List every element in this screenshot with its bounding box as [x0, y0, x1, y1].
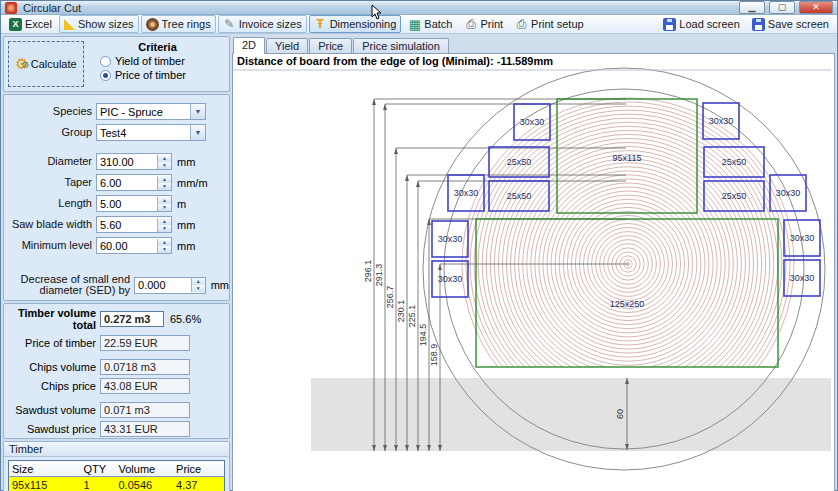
radio-label: Price of timber [115, 69, 186, 81]
result-label: Chips price [4, 380, 100, 392]
canvas-title: Distance of board from the edge of log (… [237, 55, 553, 67]
chevron-down-icon[interactable]: ▼ [190, 125, 205, 140]
input-value: 6.00 [97, 177, 121, 189]
board-label: 30x30 [709, 116, 734, 126]
spin-up-icon[interactable]: ▲ [158, 239, 171, 246]
spin-down-icon[interactable]: ▼ [158, 204, 171, 211]
board-label: 30x30 [520, 117, 545, 127]
input-decrease-of-small[interactable]: 0.000▲▼ [134, 277, 206, 294]
spin-down-icon[interactable]: ▼ [158, 246, 171, 253]
toolbar-button-batch[interactable]: ▦Batch [403, 15, 457, 33]
arrow-up [405, 175, 409, 181]
left-panel: ⚙ Calculate Criteria Yield of timberPric… [3, 36, 230, 491]
tab-price[interactable]: Price [309, 38, 352, 54]
table-cell: 4.37 [173, 477, 224, 491]
spin-up-icon[interactable]: ▲ [192, 278, 205, 285]
input-saw-blade-width[interactable]: 5.60▲▼ [96, 216, 172, 233]
spin-down-icon[interactable]: ▼ [192, 285, 205, 292]
mouse-cursor [371, 4, 383, 20]
table-row-95x115[interactable]: 95x11510.05464.37 [9, 477, 225, 491]
spinner-buttons[interactable]: ▲▼ [191, 278, 205, 292]
input-value: 310.00 [97, 156, 134, 168]
spin-up-icon[interactable]: ▲ [158, 218, 171, 225]
timber-volume-total-value: 0.272 m3 [100, 311, 164, 327]
input-value: 0.000 [135, 279, 166, 291]
field-label: Saw blade width [4, 219, 96, 230]
toolbar-button-load-screen[interactable]: Load screen [658, 15, 745, 33]
spin-up-icon[interactable]: ▲ [158, 155, 171, 162]
input-diameter[interactable]: 310.00▲▼ [96, 153, 172, 170]
result-value-sawdust-price: 43.31 EUR [100, 421, 190, 437]
board-label: 125x250 [610, 299, 645, 309]
input-taper[interactable]: 6.00▲▼ [96, 174, 172, 191]
column-header-qty[interactable]: QTY [81, 461, 116, 477]
spin-down-icon[interactable]: ▼ [158, 225, 171, 232]
toolbar-button-print[interactable]: ⎙Print [459, 15, 508, 33]
spinner-buttons[interactable]: ▲▼ [157, 155, 171, 169]
tab-2d[interactable]: 2D [233, 37, 265, 54]
spinner-buttons[interactable]: ▲▼ [157, 239, 171, 253]
tab-yield[interactable]: Yield [266, 38, 308, 54]
spin-down-icon[interactable]: ▼ [158, 183, 171, 190]
spinner-buttons[interactable]: ▲▼ [157, 218, 171, 232]
result-label: Chips volume [4, 361, 100, 373]
minimize-button[interactable]: ▁ [739, 1, 765, 14]
toolbar-button-print-setup[interactable]: ⎙Print setup [510, 15, 589, 33]
toolbar-label-invoice-sizes: Invoice sizes [239, 18, 302, 30]
column-header-price[interactable]: Price [173, 461, 224, 477]
timber-volume-total-label: Timber volume total [4, 307, 100, 331]
bottom-dimension-label: 60 [615, 409, 625, 419]
spin-down-icon[interactable]: ▼ [158, 162, 171, 169]
spin-up-icon[interactable]: ▲ [158, 197, 171, 204]
timber-table-box: Timber SizeQTYVolumePrice 95x11510.05464… [3, 441, 230, 491]
radio-option-yield-of-timber[interactable]: Yield of timber [100, 55, 225, 67]
spinner-buttons[interactable]: ▲▼ [157, 197, 171, 211]
column-header-size[interactable]: Size [9, 461, 81, 477]
select-group[interactable]: Test4▼ [96, 124, 206, 141]
toolbar-button-save-screen[interactable]: Save screen [747, 15, 834, 33]
radio-label: Yield of timber [115, 55, 185, 67]
input-value: 5.60 [97, 219, 121, 231]
toolbar: XExcelShow sizesTree rings✎Invoice sizes… [1, 15, 837, 34]
dimension-label: 225.1 [407, 305, 417, 328]
radio-option-price-of-timber[interactable]: Price of timber [100, 69, 225, 81]
table-cell: 1 [81, 477, 116, 491]
board-label: 25x50 [722, 157, 747, 167]
dimension-label: 230.1 [396, 300, 406, 323]
column-header-volume[interactable]: Volume [115, 461, 173, 477]
field-label: Species [4, 106, 96, 117]
calculate-button[interactable]: ⚙ Calculate [8, 41, 84, 87]
spinner-buttons[interactable]: ▲▼ [157, 176, 171, 190]
maximize-button[interactable]: ▢ [769, 1, 795, 14]
input-length[interactable]: 5.00▲▼ [96, 195, 172, 212]
toolbar-button-tree-rings[interactable]: Tree rings [141, 15, 216, 33]
input-minimum-level[interactable]: 60.00▲▼ [96, 237, 172, 254]
board-25x50: 25x50 [704, 147, 764, 177]
spin-up-icon[interactable]: ▲ [158, 176, 171, 183]
chevron-down-icon[interactable]: ▼ [190, 104, 205, 119]
board-30x30: 30x30 [448, 175, 484, 211]
toolbar-button-show-sizes[interactable]: Show sizes [59, 15, 139, 33]
criteria-group: Criteria Yield of timberPrice of timber [90, 41, 225, 87]
toolbar-button-dimensioning[interactable]: ŦDimensioning [309, 15, 402, 33]
result-value-sawdust-volume: 0.071 m3 [100, 402, 190, 418]
result-value-price-of-timber: 22.59 EUR [100, 335, 190, 351]
table-cell: 0.0546 [115, 477, 173, 491]
calculate-label: Calculate [31, 58, 77, 70]
minimum-level-band [311, 378, 831, 451]
arrow-up [394, 148, 398, 154]
board-label: 95x115 [613, 153, 642, 163]
arrow-up [383, 104, 387, 110]
close-button[interactable]: ✕ [799, 1, 833, 14]
board-25x50: 25x50 [704, 181, 764, 211]
content-area: ⚙ Calculate Criteria Yield of timberPric… [1, 34, 837, 491]
toolbar-button-invoice-sizes[interactable]: ✎Invoice sizes [218, 15, 307, 33]
select-species[interactable]: PIC - Spruce▼ [96, 103, 206, 120]
unit-label: mm [206, 279, 229, 291]
toolbar-button-excel[interactable]: XExcel [4, 15, 57, 33]
log-cross-section-svg: 296.1291.3256.7230.1225.1194.5158.96095x… [233, 54, 831, 481]
input-value: 5.00 [97, 198, 121, 210]
tab-price-simulation[interactable]: Price simulation [353, 38, 449, 54]
toolbar-label-dimensioning: Dimensioning [330, 18, 397, 30]
form-row-group: GroupTest4▼ [4, 122, 229, 143]
